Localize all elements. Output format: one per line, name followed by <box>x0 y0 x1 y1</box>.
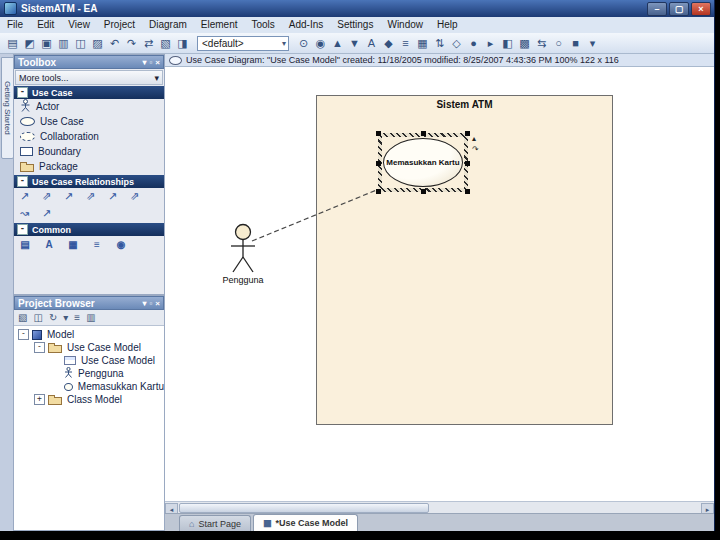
menu-item[interactable]: Window <box>380 17 430 33</box>
toolbar-icon[interactable]: ▥ <box>86 312 95 323</box>
toolbar-icon[interactable]: ↻ <box>49 312 57 323</box>
chevron-down-icon[interactable]: ▾ <box>142 58 146 67</box>
toolbar-icon[interactable]: ↶ <box>106 35 123 51</box>
tab-start-page[interactable]: ⌂ Start Page <box>179 515 251 531</box>
section-header-use-case[interactable]: - Use Case <box>14 86 164 99</box>
tab-use-case-model[interactable]: ▦ *Use Case Model <box>253 514 358 531</box>
relationship-tool-icon[interactable]: ↗ <box>62 190 75 203</box>
collapse-icon[interactable]: - <box>18 329 29 340</box>
toolbar-icon[interactable]: ▲ <box>329 35 346 51</box>
pin-icon[interactable]: ▫ <box>149 58 152 67</box>
toolbar-icon[interactable]: ● <box>465 35 482 51</box>
menu-item[interactable]: View <box>61 17 97 33</box>
close-icon[interactable]: × <box>155 58 160 67</box>
tool-package[interactable]: Package <box>14 159 164 174</box>
relationship-tool-icon[interactable]: ↗ <box>106 190 119 203</box>
tree-item-memasukkan-kartu[interactable]: Memasukkan Kartu <box>14 380 164 393</box>
pin-icon[interactable]: ▫ <box>149 299 152 308</box>
menu-item[interactable]: Tools <box>244 17 281 33</box>
toolbar-icon[interactable]: ↷ <box>123 35 140 51</box>
tree-item-class-model[interactable]: + Class Model <box>14 393 164 406</box>
menu-item[interactable]: Diagram <box>142 17 194 33</box>
tool-collaboration[interactable]: Collaboration <box>14 129 164 144</box>
common-tool-icon[interactable]: ◉ <box>114 239 128 250</box>
common-tool-icon[interactable]: ▤ <box>18 239 32 250</box>
close-button[interactable]: × <box>691 2 711 16</box>
menu-item[interactable]: Add-Ins <box>282 17 330 33</box>
toolbar-icon[interactable]: ▾ <box>584 35 601 51</box>
scrollbar-thumb[interactable] <box>179 503 429 513</box>
section-header-common[interactable]: - Common <box>14 223 164 236</box>
toolbar-icon[interactable]: ◉ <box>312 35 329 51</box>
tool-actor[interactable]: Actor <box>14 99 164 114</box>
resize-handle[interactable] <box>421 131 426 136</box>
toolbar-icon[interactable]: ▤ <box>4 35 21 51</box>
relationship-tool-icon[interactable]: ⇗ <box>40 190 53 203</box>
menu-item[interactable]: Project <box>97 17 142 33</box>
resize-handle[interactable] <box>376 131 381 136</box>
toolbar-icon[interactable]: ≡ <box>74 312 80 323</box>
toolbar-icon[interactable]: ≡ <box>397 35 414 51</box>
close-icon[interactable]: × <box>155 299 160 308</box>
relationship-tool-icon[interactable]: ↗ <box>18 190 31 203</box>
resize-handle[interactable] <box>465 161 470 166</box>
toolbar-icon[interactable]: ▥ <box>55 35 72 51</box>
toolbar-icon[interactable]: ▦ <box>414 35 431 51</box>
quicklink-arrow-icon[interactable]: ↷ <box>472 146 479 154</box>
usecase-selection[interactable]: Memasukkan Kartu <box>378 133 468 192</box>
toolbar-icon[interactable]: ▨ <box>89 35 106 51</box>
toolbar-icon[interactable]: A <box>363 35 380 51</box>
relationship-tool-icon[interactable]: ↝ <box>18 207 31 220</box>
toolbar-icon[interactable]: ⇄ <box>140 35 157 51</box>
diagram-canvas[interactable]: Sistem ATM Memasukkan Kartu <box>165 67 714 501</box>
toolbar-icon[interactable]: ▩ <box>516 35 533 51</box>
resize-handle[interactable] <box>421 189 426 194</box>
minimize-button[interactable]: – <box>647 2 667 16</box>
more-tools-dropdown[interactable]: More tools... ▾ <box>15 70 163 85</box>
scroll-left-icon[interactable]: ◂ <box>165 503 178 514</box>
collapse-icon[interactable]: - <box>17 87 28 98</box>
chevron-down-icon[interactable]: ▾ <box>142 299 146 308</box>
common-tool-icon[interactable]: ≡ <box>90 239 104 250</box>
tree-item-model[interactable]: - Model <box>14 328 164 341</box>
toolbar-icon[interactable]: ◆ <box>380 35 397 51</box>
menu-item[interactable]: Settings <box>330 17 380 33</box>
toolbar-icon[interactable]: ▾ <box>63 312 68 323</box>
toolbar-icon[interactable]: ◩ <box>21 35 38 51</box>
collapse-icon[interactable]: - <box>17 224 28 235</box>
relationship-tool-icon[interactable]: ↗ <box>40 207 53 220</box>
menu-item[interactable]: Element <box>194 17 245 33</box>
tree-item-use-case-model-package[interactable]: - Use Case Model <box>14 341 164 354</box>
tree-item-pengguna[interactable]: Pengguna <box>14 367 164 380</box>
relationship-tool-icon[interactable]: ⇗ <box>84 190 97 203</box>
resize-handle[interactable] <box>376 189 381 194</box>
menu-item[interactable]: File <box>0 17 30 33</box>
toolbar-icon[interactable]: ▧ <box>18 312 27 323</box>
expand-icon[interactable]: + <box>34 394 45 405</box>
toolbar-icon[interactable]: ◧ <box>499 35 516 51</box>
relationship-tool-icon[interactable]: ⇗ <box>128 190 141 203</box>
toolbox-header[interactable]: Toolbox ▾ ▫ × <box>14 55 164 69</box>
common-tool-icon[interactable]: ▦ <box>66 239 80 250</box>
usecase-element[interactable]: Memasukkan Kartu <box>383 138 463 187</box>
tool-use-case[interactable]: Use Case <box>14 114 164 129</box>
toolbar-icon[interactable]: ▧ <box>157 35 174 51</box>
toolbar-icon[interactable]: ▣ <box>38 35 55 51</box>
toolbar-icon[interactable]: ⊙ <box>295 35 312 51</box>
toolbar-icon[interactable]: ▸ <box>482 35 499 51</box>
collapse-icon[interactable]: - <box>34 342 45 353</box>
toolbar-icon[interactable]: ⇅ <box>431 35 448 51</box>
menu-item[interactable]: Help <box>430 17 465 33</box>
project-browser-header[interactable]: Project Browser ▾ ▫ × <box>14 296 164 310</box>
resize-handle[interactable] <box>465 131 470 136</box>
scroll-right-icon[interactable]: ▸ <box>701 503 714 514</box>
toolbar-icon[interactable]: ■ <box>567 35 584 51</box>
toolbar-icon[interactable]: ◇ <box>448 35 465 51</box>
common-tool-icon[interactable]: A <box>42 239 56 250</box>
collapse-icon[interactable]: - <box>17 176 28 187</box>
maximize-button[interactable]: ▢ <box>669 2 689 16</box>
toolbar-icon[interactable]: ⇆ <box>533 35 550 51</box>
quicklinker-icons[interactable]: ▴ ↷ <box>472 135 479 154</box>
tool-boundary[interactable]: Boundary <box>14 144 164 159</box>
titlebar[interactable]: SistemATM - EA – ▢ × <box>0 0 714 17</box>
